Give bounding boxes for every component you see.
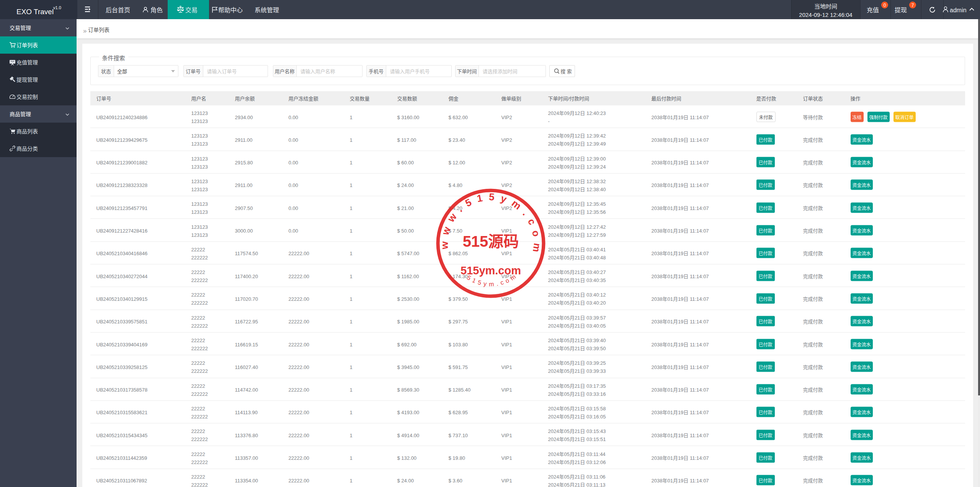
- svg-text:515源码: 515源码: [463, 229, 519, 251]
